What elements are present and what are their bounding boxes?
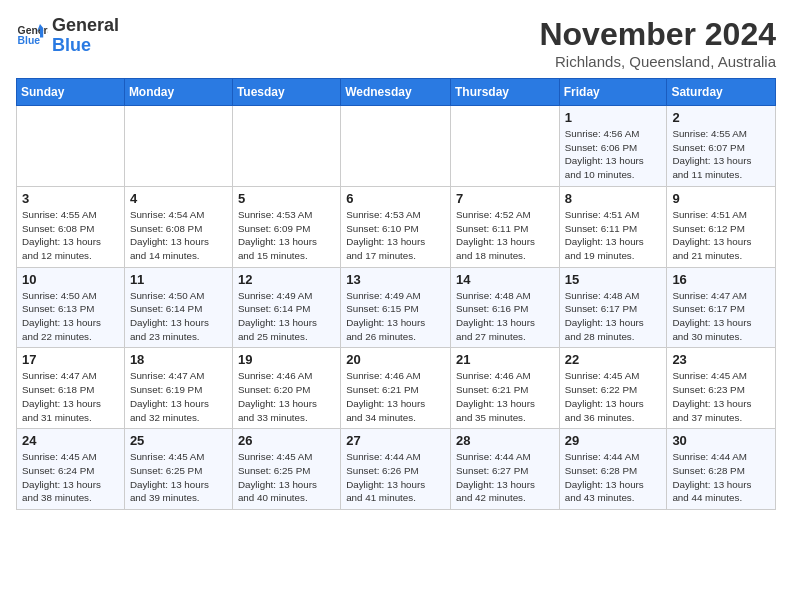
day-number: 9 — [672, 191, 770, 206]
day-number: 21 — [456, 352, 554, 367]
calendar-cell: 8Sunrise: 4:51 AM Sunset: 6:11 PM Daylig… — [559, 186, 667, 267]
day-number: 25 — [130, 433, 227, 448]
week-row-1: 1Sunrise: 4:56 AM Sunset: 6:06 PM Daylig… — [17, 106, 776, 187]
calendar-cell: 15Sunrise: 4:48 AM Sunset: 6:17 PM Dayli… — [559, 267, 667, 348]
calendar-table: SundayMondayTuesdayWednesdayThursdayFrid… — [16, 78, 776, 510]
calendar-cell: 17Sunrise: 4:47 AM Sunset: 6:18 PM Dayli… — [17, 348, 125, 429]
calendar-cell: 6Sunrise: 4:53 AM Sunset: 6:10 PM Daylig… — [341, 186, 451, 267]
day-info: Sunrise: 4:53 AM Sunset: 6:09 PM Dayligh… — [238, 208, 335, 263]
calendar-cell: 2Sunrise: 4:55 AM Sunset: 6:07 PM Daylig… — [667, 106, 776, 187]
week-row-5: 24Sunrise: 4:45 AM Sunset: 6:24 PM Dayli… — [17, 429, 776, 510]
day-number: 27 — [346, 433, 445, 448]
day-number: 19 — [238, 352, 335, 367]
day-number: 5 — [238, 191, 335, 206]
day-info: Sunrise: 4:48 AM Sunset: 6:16 PM Dayligh… — [456, 289, 554, 344]
day-info: Sunrise: 4:48 AM Sunset: 6:17 PM Dayligh… — [565, 289, 662, 344]
logo-icon: General Blue — [16, 20, 48, 52]
calendar-cell: 23Sunrise: 4:45 AM Sunset: 6:23 PM Dayli… — [667, 348, 776, 429]
calendar-cell — [124, 106, 232, 187]
day-info: Sunrise: 4:47 AM Sunset: 6:19 PM Dayligh… — [130, 369, 227, 424]
day-info: Sunrise: 4:47 AM Sunset: 6:18 PM Dayligh… — [22, 369, 119, 424]
calendar-cell: 10Sunrise: 4:50 AM Sunset: 6:13 PM Dayli… — [17, 267, 125, 348]
week-row-2: 3Sunrise: 4:55 AM Sunset: 6:08 PM Daylig… — [17, 186, 776, 267]
day-number: 20 — [346, 352, 445, 367]
calendar-cell: 28Sunrise: 4:44 AM Sunset: 6:27 PM Dayli… — [451, 429, 560, 510]
calendar-cell: 27Sunrise: 4:44 AM Sunset: 6:26 PM Dayli… — [341, 429, 451, 510]
day-header-sunday: Sunday — [17, 79, 125, 106]
calendar-cell: 21Sunrise: 4:46 AM Sunset: 6:21 PM Dayli… — [451, 348, 560, 429]
day-info: Sunrise: 4:56 AM Sunset: 6:06 PM Dayligh… — [565, 127, 662, 182]
day-number: 29 — [565, 433, 662, 448]
day-info: Sunrise: 4:50 AM Sunset: 6:14 PM Dayligh… — [130, 289, 227, 344]
calendar-cell: 20Sunrise: 4:46 AM Sunset: 6:21 PM Dayli… — [341, 348, 451, 429]
day-info: Sunrise: 4:52 AM Sunset: 6:11 PM Dayligh… — [456, 208, 554, 263]
calendar-cell: 9Sunrise: 4:51 AM Sunset: 6:12 PM Daylig… — [667, 186, 776, 267]
calendar-cell: 22Sunrise: 4:45 AM Sunset: 6:22 PM Dayli… — [559, 348, 667, 429]
calendar-cell: 26Sunrise: 4:45 AM Sunset: 6:25 PM Dayli… — [232, 429, 340, 510]
day-info: Sunrise: 4:44 AM Sunset: 6:28 PM Dayligh… — [565, 450, 662, 505]
day-info: Sunrise: 4:51 AM Sunset: 6:11 PM Dayligh… — [565, 208, 662, 263]
day-number: 7 — [456, 191, 554, 206]
day-number: 26 — [238, 433, 335, 448]
day-number: 2 — [672, 110, 770, 125]
day-info: Sunrise: 4:46 AM Sunset: 6:21 PM Dayligh… — [456, 369, 554, 424]
calendar-cell: 14Sunrise: 4:48 AM Sunset: 6:16 PM Dayli… — [451, 267, 560, 348]
week-row-3: 10Sunrise: 4:50 AM Sunset: 6:13 PM Dayli… — [17, 267, 776, 348]
day-number: 16 — [672, 272, 770, 287]
day-info: Sunrise: 4:44 AM Sunset: 6:28 PM Dayligh… — [672, 450, 770, 505]
day-number: 8 — [565, 191, 662, 206]
logo-text: General Blue — [52, 16, 119, 56]
day-info: Sunrise: 4:44 AM Sunset: 6:27 PM Dayligh… — [456, 450, 554, 505]
day-number: 30 — [672, 433, 770, 448]
day-info: Sunrise: 4:45 AM Sunset: 6:22 PM Dayligh… — [565, 369, 662, 424]
day-number: 15 — [565, 272, 662, 287]
day-header-wednesday: Wednesday — [341, 79, 451, 106]
day-number: 11 — [130, 272, 227, 287]
calendar-cell: 30Sunrise: 4:44 AM Sunset: 6:28 PM Dayli… — [667, 429, 776, 510]
calendar-cell: 25Sunrise: 4:45 AM Sunset: 6:25 PM Dayli… — [124, 429, 232, 510]
day-info: Sunrise: 4:49 AM Sunset: 6:14 PM Dayligh… — [238, 289, 335, 344]
day-number: 22 — [565, 352, 662, 367]
header: General Blue General Blue November 2024 … — [16, 16, 776, 70]
day-info: Sunrise: 4:45 AM Sunset: 6:25 PM Dayligh… — [130, 450, 227, 505]
calendar-header-row: SundayMondayTuesdayWednesdayThursdayFrid… — [17, 79, 776, 106]
day-header-monday: Monday — [124, 79, 232, 106]
calendar-cell: 4Sunrise: 4:54 AM Sunset: 6:08 PM Daylig… — [124, 186, 232, 267]
calendar-cell: 13Sunrise: 4:49 AM Sunset: 6:15 PM Dayli… — [341, 267, 451, 348]
day-info: Sunrise: 4:44 AM Sunset: 6:26 PM Dayligh… — [346, 450, 445, 505]
day-number: 23 — [672, 352, 770, 367]
day-number: 10 — [22, 272, 119, 287]
day-info: Sunrise: 4:45 AM Sunset: 6:23 PM Dayligh… — [672, 369, 770, 424]
calendar-cell: 5Sunrise: 4:53 AM Sunset: 6:09 PM Daylig… — [232, 186, 340, 267]
day-number: 17 — [22, 352, 119, 367]
day-info: Sunrise: 4:54 AM Sunset: 6:08 PM Dayligh… — [130, 208, 227, 263]
logo: General Blue General Blue — [16, 16, 119, 56]
calendar-cell: 24Sunrise: 4:45 AM Sunset: 6:24 PM Dayli… — [17, 429, 125, 510]
calendar-cell: 1Sunrise: 4:56 AM Sunset: 6:06 PM Daylig… — [559, 106, 667, 187]
week-row-4: 17Sunrise: 4:47 AM Sunset: 6:18 PM Dayli… — [17, 348, 776, 429]
month-title: November 2024 — [539, 16, 776, 53]
calendar-cell — [232, 106, 340, 187]
calendar-cell — [341, 106, 451, 187]
day-header-friday: Friday — [559, 79, 667, 106]
calendar-cell: 12Sunrise: 4:49 AM Sunset: 6:14 PM Dayli… — [232, 267, 340, 348]
day-number: 1 — [565, 110, 662, 125]
day-header-thursday: Thursday — [451, 79, 560, 106]
day-number: 14 — [456, 272, 554, 287]
day-info: Sunrise: 4:45 AM Sunset: 6:24 PM Dayligh… — [22, 450, 119, 505]
day-header-saturday: Saturday — [667, 79, 776, 106]
day-info: Sunrise: 4:46 AM Sunset: 6:21 PM Dayligh… — [346, 369, 445, 424]
day-header-tuesday: Tuesday — [232, 79, 340, 106]
svg-text:Blue: Blue — [18, 35, 41, 46]
calendar-cell: 16Sunrise: 4:47 AM Sunset: 6:17 PM Dayli… — [667, 267, 776, 348]
calendar-cell: 19Sunrise: 4:46 AM Sunset: 6:20 PM Dayli… — [232, 348, 340, 429]
day-info: Sunrise: 4:55 AM Sunset: 6:08 PM Dayligh… — [22, 208, 119, 263]
day-number: 4 — [130, 191, 227, 206]
day-number: 13 — [346, 272, 445, 287]
calendar-cell: 11Sunrise: 4:50 AM Sunset: 6:14 PM Dayli… — [124, 267, 232, 348]
calendar-cell: 18Sunrise: 4:47 AM Sunset: 6:19 PM Dayli… — [124, 348, 232, 429]
calendar-cell: 7Sunrise: 4:52 AM Sunset: 6:11 PM Daylig… — [451, 186, 560, 267]
day-number: 6 — [346, 191, 445, 206]
day-info: Sunrise: 4:51 AM Sunset: 6:12 PM Dayligh… — [672, 208, 770, 263]
day-info: Sunrise: 4:46 AM Sunset: 6:20 PM Dayligh… — [238, 369, 335, 424]
